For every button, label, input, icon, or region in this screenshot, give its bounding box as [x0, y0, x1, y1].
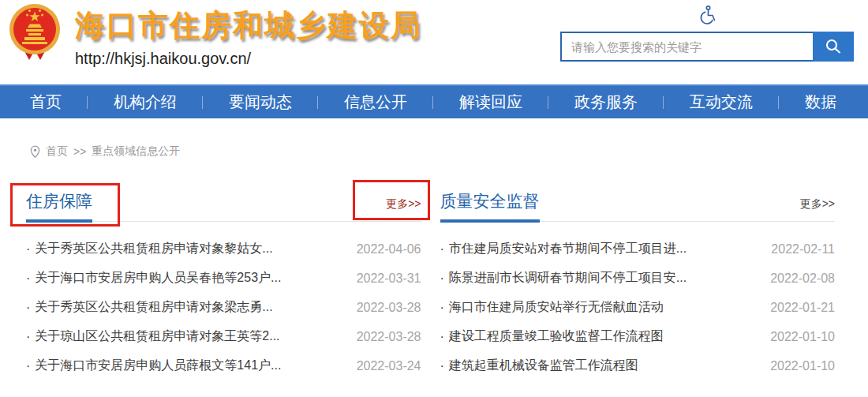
article-date: 2022-03-28	[357, 301, 421, 315]
article-date: 2022-02-08	[770, 272, 835, 286]
search-input[interactable]	[560, 32, 813, 62]
nav-item[interactable]: 机构介绍	[88, 92, 203, 113]
article-date: 2022-03-31	[357, 272, 421, 286]
bullet-dot: ·	[440, 272, 444, 286]
nav-item[interactable]: 要闻动态	[203, 92, 318, 113]
article-link[interactable]: 海口市住建局质安站举行无偿献血活动	[449, 299, 761, 316]
site-url: http://hkjsj.haikou.gov.cn/	[75, 50, 422, 68]
bullet-dot: ·	[26, 359, 30, 373]
article-date: 2022-01-10	[770, 330, 835, 344]
search-bar	[560, 32, 854, 62]
article-link[interactable]: 陈景进副市长调研春节期间不停工项目安...	[449, 270, 761, 287]
article-link[interactable]: 关于海口市安居房申购人员吴春艳等253户...	[35, 270, 346, 287]
nav-item[interactable]: 数据	[779, 92, 862, 113]
article-date: 2022-03-24	[357, 359, 421, 373]
news-row: ·陈景进副市长调研春节期间不停工项目安...2022-02-08	[440, 264, 836, 293]
bullet-dot: ·	[440, 359, 444, 373]
article-link[interactable]: 建筑起重机械设备监管工作流程图	[449, 358, 761, 374]
national-emblem-icon	[8, 3, 62, 62]
national-emblem-logo	[8, 3, 62, 65]
news-row: ·建设工程质量竣工验收监督工作流程图2022-01-10	[440, 322, 836, 351]
more-link-quality[interactable]: 更多>>	[800, 197, 835, 221]
bullet-dot: ·	[440, 242, 444, 257]
news-row: ·市住建局质安站对春节期间不停工项目进...2022-02-11	[440, 234, 836, 264]
news-row: ·关于海口市安居房申购人员薛根文等141户...2022-03-24	[26, 351, 421, 380]
brand-block: 海口市住房和城乡建设局 http://hkjsj.haikou.gov.cn/	[75, 9, 422, 68]
nav-item[interactable]: 首页	[30, 92, 88, 113]
section-title-housing[interactable]: 住房保障	[26, 179, 92, 223]
more-link-housing[interactable]: 更多>>	[386, 197, 421, 221]
news-row: ·建筑起重机械设备监管工作流程图2022-01-10	[440, 351, 836, 380]
breadcrumb-separator: >>	[73, 145, 86, 158]
breadcrumb-current: 重点领域信息公开	[92, 144, 180, 159]
article-date: 2022-02-11	[771, 242, 835, 257]
article-date: 2022-01-10	[770, 359, 835, 373]
news-list-housing: ·关于秀英区公共租赁租房申请对象黎姑女...2022-04-06·关于海口市安居…	[26, 234, 421, 380]
news-row: ·关于海口市安居房申购人员吴春艳等253户...2022-03-31	[26, 264, 421, 293]
article-link[interactable]: 市住建局质安站对春节期间不停工项目进...	[449, 241, 762, 257]
search-button[interactable]	[813, 32, 854, 62]
section-housing-support: 住房保障 更多>> ·关于秀英区公共租赁租房申请对象黎姑女...2022-04-…	[26, 179, 421, 380]
section-header: 质量安全监督 更多>>	[440, 179, 836, 222]
bullet-dot: ·	[440, 301, 444, 315]
article-link[interactable]: 关于秀英区公共租赁租房申请对象梁志勇...	[35, 299, 346, 316]
article-link[interactable]: 关于琼山区公共租赁租房申请对象王英等2...	[35, 328, 346, 345]
content: 住房保障 更多>> ·关于秀英区公共租赁租房申请对象黎姑女...2022-04-…	[0, 159, 868, 380]
bullet-dot: ·	[26, 330, 30, 344]
bullet-dot: ·	[440, 330, 444, 344]
nav-menu: 首页机构介绍要闻动态信息公开解读回应政务服务互动交流数据	[0, 86, 868, 118]
article-link[interactable]: 建设工程质量竣工验收监督工作流程图	[449, 328, 761, 345]
breadcrumb-home-link[interactable]: 首页	[46, 144, 68, 159]
nav-item[interactable]: 互动交流	[664, 92, 779, 113]
news-row: ·关于琼山区公共租赁租房申请对象王英等2...2022-03-28	[26, 322, 421, 351]
news-list-quality: ·市住建局质安站对春节期间不停工项目进...2022-02-11·陈景进副市长调…	[440, 234, 836, 380]
accessibility-icon[interactable]	[698, 5, 716, 25]
nav-item[interactable]: 信息公开	[318, 92, 433, 113]
page: 海口市住房和城乡建设局 http://hkjsj.haikou.gov.cn/	[0, 0, 868, 397]
bullet-dot: ·	[26, 301, 30, 315]
news-row: ·关于秀英区公共租赁租房申请对象黎姑女...2022-04-06	[26, 234, 421, 264]
site-title: 海口市住房和城乡建设局	[75, 9, 422, 43]
section-header: 住房保障 更多>>	[26, 179, 421, 222]
article-date: 2022-04-06	[357, 242, 421, 257]
search-icon	[824, 37, 843, 56]
news-row: ·关于秀英区公共租赁租房申请对象梁志勇...2022-03-28	[26, 293, 421, 322]
news-row: ·海口市住建局质安站举行无偿献血活动2022-01-21	[440, 293, 836, 322]
section-title-quality[interactable]: 质量安全监督	[440, 179, 540, 223]
bullet-dot: ·	[26, 272, 30, 286]
article-date: 2022-03-28	[357, 330, 421, 344]
breadcrumb: 首页 >> 重点领域信息公开	[30, 144, 868, 159]
site-header: 海口市住房和城乡建设局 http://hkjsj.haikou.gov.cn/	[0, 0, 868, 84]
header-right	[560, 5, 854, 62]
nav-item[interactable]: 解读回应	[433, 92, 548, 113]
location-pin-icon	[30, 145, 40, 159]
article-link[interactable]: 关于海口市安居房申购人员薛根文等141户...	[35, 358, 346, 374]
main-nav: 首页机构介绍要闻动态信息公开解读回应政务服务互动交流数据	[0, 84, 868, 118]
section-quality-safety: 质量安全监督 更多>> ·市住建局质安站对春节期间不停工项目进...2022-0…	[440, 179, 836, 380]
nav-item[interactable]: 政务服务	[548, 92, 664, 113]
article-link[interactable]: 关于秀英区公共租赁租房申请对象黎姑女...	[35, 241, 346, 257]
bullet-dot: ·	[26, 242, 30, 257]
article-date: 2022-01-21	[770, 301, 835, 315]
